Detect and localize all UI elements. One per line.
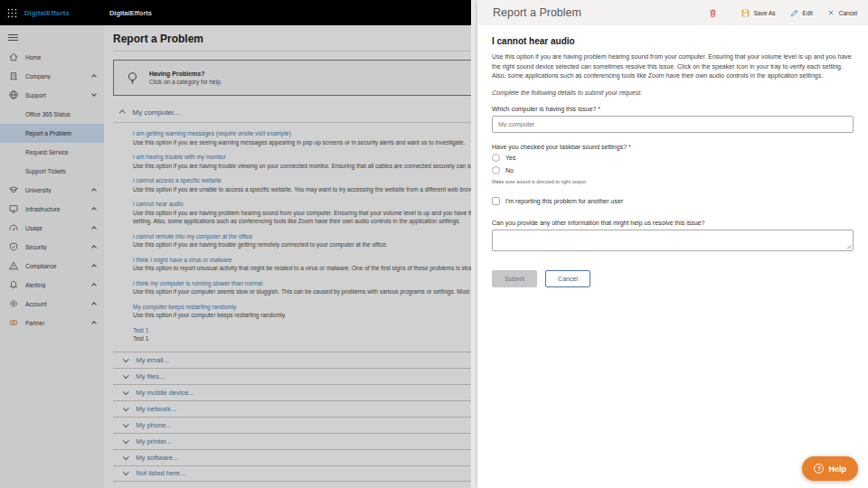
- checkbox-icon[interactable]: [492, 197, 500, 205]
- question-label: Have you checked your taskbar sound sett…: [492, 144, 854, 150]
- required-marker: *: [628, 144, 631, 150]
- save-icon: [741, 8, 750, 18]
- close-icon: [826, 8, 835, 17]
- radio-option-no[interactable]: No: [492, 166, 854, 174]
- save-as-label: Save As: [754, 10, 776, 16]
- trash-icon: [708, 8, 718, 18]
- form-heading: I cannot hear audio: [492, 36, 854, 46]
- question-label: Can you provide any other information th…: [492, 220, 854, 226]
- scrollbar-track[interactable]: [471, 0, 477, 488]
- resize-grip-icon[interactable]: [846, 244, 852, 249]
- help-button[interactable]: ? Help: [802, 456, 858, 481]
- radio-label: No: [505, 167, 514, 174]
- form-description: Use this option if you are having proble…: [492, 52, 854, 81]
- submit-button[interactable]: Submit: [492, 270, 537, 287]
- cancel-label: Cancel: [839, 10, 857, 16]
- delete-button[interactable]: [708, 8, 718, 18]
- radio-label: Yes: [505, 155, 515, 161]
- panel-header: Report a Problem Save As Edit Cancel: [477, 0, 868, 25]
- help-label: Help: [828, 465, 846, 474]
- cancel-button[interactable]: Cancel: [826, 8, 857, 17]
- checkbox-label: I'm reporting this problem for another u…: [505, 198, 623, 204]
- question-text: Can you provide any other information th…: [492, 220, 704, 226]
- computer-field[interactable]: [492, 116, 854, 133]
- question-mark-icon: ?: [814, 464, 824, 474]
- form-instruction: Complete the following details to submit…: [492, 89, 854, 96]
- edit-button[interactable]: Edit: [789, 8, 813, 18]
- report-a-problem-panel: Report a Problem Save As Edit Cancel I c…: [477, 0, 868, 488]
- required-marker: *: [598, 106, 600, 112]
- question-text: Which computer is having this issue?: [492, 106, 596, 112]
- pencil-icon: [789, 8, 799, 18]
- form-cancel-button[interactable]: Cancel: [545, 270, 590, 287]
- radio-icon[interactable]: [492, 154, 500, 162]
- helper-text: Make sure sound is directed to right out…: [492, 179, 854, 184]
- panel-title: Report a Problem: [493, 6, 708, 19]
- other-info-textarea[interactable]: [492, 230, 854, 251]
- save-as-button[interactable]: Save As: [741, 8, 776, 18]
- question-text: Have you checked your taskbar sound sett…: [492, 144, 627, 150]
- another-user-checkbox[interactable]: I'm reporting this problem for another u…: [492, 197, 854, 205]
- radio-option-yes[interactable]: Yes: [492, 154, 854, 162]
- panel-form: I cannot hear audio Use this option if y…: [477, 25, 868, 297]
- radio-icon[interactable]: [492, 166, 500, 174]
- edit-label: Edit: [803, 10, 813, 16]
- question-label: Which computer is having this issue?*: [492, 106, 854, 112]
